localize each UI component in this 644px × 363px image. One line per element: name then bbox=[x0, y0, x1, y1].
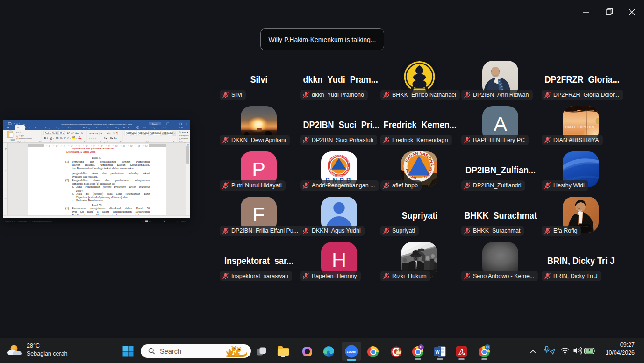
svg-text:Senlstyl03: Senlstyl03 bbox=[138, 134, 146, 136]
svg-text:File: File bbox=[7, 127, 10, 129]
svg-text:⊞▾ ⊟▾: ⊞▾ ⊟▾ bbox=[110, 137, 117, 140]
svg-text:Design: Design bbox=[45, 127, 51, 129]
svg-text:🖌 Format Painter: 🖌 Format Painter bbox=[16, 137, 32, 140]
svg-text:◫: ◫ bbox=[145, 221, 147, 222]
svg-text:≡ ≡ ≡ ≡: ≡ ≡ ≡ ≡ bbox=[89, 137, 96, 140]
svg-text:▧: ▧ bbox=[149, 221, 151, 222]
svg-text:AaBbCcDc: AaBbCcDc bbox=[150, 131, 162, 134]
svg-text:B: B bbox=[44, 136, 46, 139]
svg-text:Editing: Editing bbox=[179, 141, 185, 143]
svg-text:Paragraph: Paragraph bbox=[100, 141, 109, 143]
svg-text:W: W bbox=[435, 349, 440, 355]
svg-text:ab: ab bbox=[56, 136, 58, 139]
svg-text:1: 1 bbox=[5, 188, 7, 191]
svg-text:zoom: zoom bbox=[347, 349, 357, 354]
svg-text:▾: ▾ bbox=[76, 137, 77, 139]
svg-text:A: A bbox=[79, 135, 80, 138]
svg-text:x₂: x₂ bbox=[60, 136, 63, 139]
svg-text:Aˇ: Aˇ bbox=[71, 132, 74, 135]
svg-text:✂ Cut: ✂ Cut bbox=[16, 131, 21, 134]
svg-text:Page 25 of 58 23342 words: Page 25 of 58 23342 words ☿ ⚙ Accessibil… bbox=[5, 221, 51, 222]
svg-text:AaBbCcDt: AaBbCcDt bbox=[126, 131, 137, 134]
svg-text:⊢⊨: ⊢⊨ bbox=[107, 132, 111, 135]
svg-text:Paste: Paste bbox=[10, 139, 15, 141]
svg-text:8: 8 bbox=[101, 145, 102, 147]
svg-text:x²: x² bbox=[64, 136, 66, 139]
svg-text:I: I bbox=[47, 136, 48, 139]
svg-text:⇄ Replace: ⇄ Replace bbox=[179, 135, 189, 137]
svg-text:⇱: ⇱ bbox=[120, 141, 122, 143]
svg-text:▾: ▾ bbox=[174, 132, 175, 134]
svg-text:✿: ✿ bbox=[81, 132, 83, 135]
svg-text:1: 1 bbox=[5, 170, 7, 172]
svg-text:▾: ▾ bbox=[53, 137, 54, 139]
svg-text:4: 4 bbox=[71, 145, 72, 147]
svg-text:U: U bbox=[50, 136, 52, 139]
svg-text:Mailings: Mailings bbox=[83, 127, 91, 129]
svg-text:References: References bbox=[68, 127, 78, 129]
svg-text:Font: Font bbox=[50, 141, 54, 143]
svg-text:5: 5 bbox=[79, 145, 80, 147]
svg-text:AaBbCcDd: AaBbCcDd bbox=[138, 131, 150, 134]
svg-text:Tell me what you want to do: Tell me what you want to do bbox=[143, 127, 168, 129]
svg-text:2: 2 bbox=[5, 160, 7, 163]
svg-text:⇅: ⇅ bbox=[113, 132, 115, 135]
svg-text:AaBbCcDc: AaBbCcDc bbox=[162, 131, 174, 134]
svg-text:◫: ◫ bbox=[142, 221, 144, 222]
svg-text:2: 2 bbox=[56, 145, 57, 147]
svg-text:ab: ab bbox=[72, 135, 75, 138]
svg-text:14: 14 bbox=[145, 145, 148, 147]
svg-text:Senlstyl01: Senlstyl01 bbox=[126, 134, 134, 136]
svg-text:Draw: Draw bbox=[35, 127, 40, 129]
svg-text:WWDNa...: WWDNa... bbox=[162, 134, 171, 136]
svg-text:1: 1 bbox=[49, 145, 50, 147]
svg-text:Home: Home bbox=[17, 127, 23, 129]
svg-text:▾: ▾ bbox=[11, 141, 12, 143]
svg-text:🡕 Share: 🡕 Share bbox=[179, 127, 187, 129]
svg-text:▾: ▾ bbox=[56, 132, 57, 135]
svg-text:⇱: ⇱ bbox=[84, 141, 86, 143]
svg-text:⇱: ⇱ bbox=[173, 141, 175, 143]
svg-text:△ Select▾: △ Select▾ bbox=[179, 137, 188, 140]
svg-text:Styles: Styles bbox=[146, 141, 151, 143]
svg-text:Clipboard: Clipboard bbox=[17, 141, 25, 143]
svg-text:⇱: ⇱ bbox=[39, 141, 41, 143]
svg-text:Help: Help bbox=[115, 127, 120, 129]
svg-text:7: 7 bbox=[93, 145, 95, 147]
svg-text:A: A bbox=[67, 136, 69, 139]
svg-text:−: − bbox=[154, 220, 155, 222]
svg-text:13: 13 bbox=[138, 145, 140, 147]
svg-text:▾: ▾ bbox=[63, 132, 64, 135]
svg-text:10: 10 bbox=[115, 145, 118, 147]
svg-text:▾: ▾ bbox=[81, 137, 82, 139]
svg-text:Review: Review bbox=[96, 127, 103, 129]
svg-text:Aˆ: Aˆ bbox=[67, 132, 70, 135]
svg-text:OMAT EXPLORE: OMAT EXPLORE bbox=[565, 125, 595, 128]
svg-text:⇅▾: ⇅▾ bbox=[104, 137, 107, 140]
svg-text:3: 3 bbox=[64, 145, 65, 147]
svg-text:¶: ¶ bbox=[116, 132, 118, 135]
svg-text:+: + bbox=[177, 220, 178, 222]
svg-text:Aa▾: Aa▾ bbox=[75, 132, 79, 135]
svg-text:📋 Copy: 📋 Copy bbox=[16, 135, 24, 137]
svg-text:1 Normal: 1 Normal bbox=[150, 134, 157, 136]
svg-text:6: 6 bbox=[86, 145, 87, 147]
svg-text:▾: ▾ bbox=[70, 137, 71, 139]
svg-text:12: 12 bbox=[130, 145, 133, 147]
svg-text:Mou Fra: Mou Fra bbox=[123, 127, 131, 129]
svg-text:9: 9 bbox=[108, 145, 110, 147]
svg-text:11: 11 bbox=[60, 132, 62, 135]
svg-text:🔍 Find ▾: 🔍 Find ▾ bbox=[179, 131, 188, 134]
svg-text:Insert: Insert bbox=[25, 127, 31, 129]
svg-text:120%: 120% bbox=[181, 220, 186, 222]
svg-text:Layout: Layout bbox=[57, 127, 63, 129]
svg-text:View: View bbox=[107, 127, 111, 129]
svg-text:≡▾ ≡▾ ≡▾ ⋮▾: ≡▾ ≡▾ ≡▾ ⋮▾ bbox=[89, 132, 102, 135]
svg-text:2: 2 bbox=[5, 198, 7, 200]
